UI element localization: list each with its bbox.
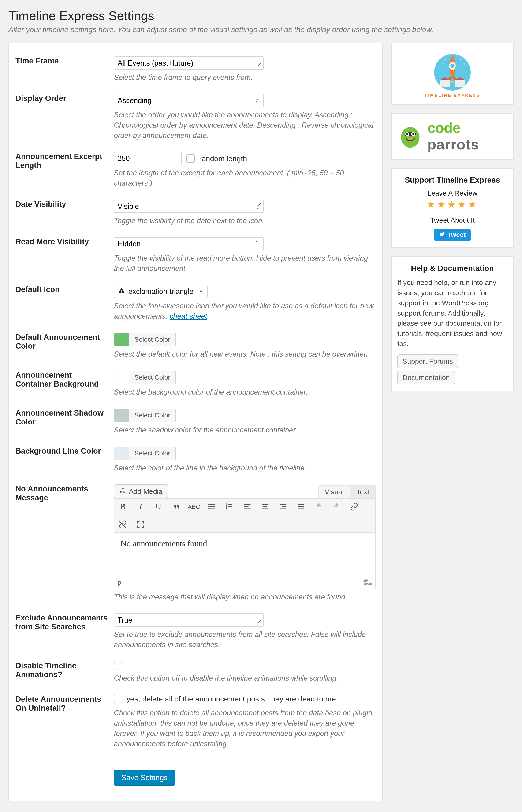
checkbox-disable-anim[interactable] [114,662,122,670]
tab-text[interactable]: Text [350,485,376,498]
chevron-down-icon: ▾ [200,289,202,295]
svg-point-38 [401,127,419,148]
label-date-visibility: Date Visibility [16,200,114,209]
label-line-color: Background Line Color [16,446,114,455]
svg-rect-19 [262,508,268,509]
help-body: If you need help, or run into any issues… [397,277,507,349]
label-container-bg: Announcement Container Background [16,371,114,389]
italic-icon[interactable]: I [136,502,145,512]
page-title: Timeline Express Settings [8,8,514,23]
svg-point-0 [120,492,122,493]
align-right-icon[interactable] [278,502,288,512]
icon-picker-value: exclamation-triangle [128,287,193,296]
label-excerpt-length: Announcement Excerpt Length [16,152,114,170]
underline-icon[interactable]: U [154,502,163,512]
parrot-icon [397,123,423,149]
editor-body[interactable]: No announcements found [114,533,376,577]
svg-point-2 [208,504,210,505]
label-no-announcements: No Announcements Message [16,484,114,502]
input-excerpt-length[interactable] [114,152,182,165]
btn-select-color-shadow[interactable]: Select Color [129,409,176,422]
desc-container-bg: Select the background color of the annou… [114,387,376,397]
btn-select-color-default[interactable]: Select Color [129,333,176,346]
label-default-color: Default Announcement Color [16,333,114,351]
svg-point-6 [208,508,210,509]
desc-time-frame: Select the time frame to query events fr… [114,72,376,83]
unlink-icon[interactable] [118,520,127,529]
svg-point-41 [406,133,408,135]
desc-shadow-color: Select the shadow color for the announce… [114,425,376,435]
music-note-icon [120,487,126,496]
svg-rect-7 [210,508,215,509]
icon-picker[interactable]: exclamation-triangle ▾ [114,285,207,298]
desc-disable-anim: Check this option off to disable the tim… [114,673,376,684]
page-subtitle: Alter your timeline settings here. You c… [8,25,514,34]
btn-select-color-line[interactable]: Select Color [129,446,176,460]
align-center-icon[interactable] [261,502,270,512]
desc-default-color: Select the default color for all new eve… [114,349,376,359]
rocket-logo-icon [424,49,481,91]
select-read-more[interactable]: Hidden [114,237,264,250]
checkbox-random-length[interactable] [186,154,195,163]
select-date-visibility[interactable]: Visible [114,200,264,213]
svg-rect-16 [244,508,251,509]
redo-icon[interactable] [332,502,341,512]
swatch-default-color [114,333,129,346]
svg-point-43 [413,133,415,135]
list-ol-icon[interactable]: 123 [225,502,234,512]
resize-grip-icon[interactable]: ▰▰▰ [363,579,372,586]
strikethrough-icon[interactable]: ABC [189,502,199,512]
checkbox-delete-uninstall[interactable] [114,695,122,703]
tweet-button[interactable]: Tweet [434,229,471,241]
bold-icon[interactable]: B [118,502,127,512]
select-display-order[interactable]: Ascending [114,94,264,107]
svg-point-1 [123,491,125,493]
star-rating[interactable]: ★★★★★ [397,199,507,210]
tab-visual[interactable]: Visual [318,485,350,498]
svg-rect-17 [262,504,268,505]
list-ul-icon[interactable] [207,502,217,512]
svg-point-37 [445,59,446,60]
help-title: Help & Documentation [397,264,507,273]
align-left-icon[interactable] [243,502,252,512]
save-settings-button[interactable]: Save Settings [114,770,175,786]
desc-excerpt-length: Set the length of the excerpt for each a… [114,168,376,188]
svg-rect-18 [263,506,267,507]
blockquote-icon[interactable] [172,502,181,512]
link-cheat-sheet[interactable]: cheat sheet [169,312,207,320]
svg-rect-5 [210,506,215,507]
btn-select-color-container[interactable]: Select Color [129,371,176,384]
select-time-frame[interactable]: All Events (past+future) [114,57,264,69]
card-help: Help & Documentation If you need help, o… [391,256,514,392]
card-timeline-express-logo: Timeline Express [391,43,514,105]
select-exclude-search[interactable]: True [114,613,264,627]
svg-point-4 [208,506,210,507]
fullscreen-icon[interactable] [136,520,145,529]
label-default-icon: Default Icon [16,285,114,294]
link-icon[interactable] [349,502,359,512]
svg-rect-24 [298,506,304,507]
btn-support-forums[interactable]: Support Forums [397,354,458,368]
label-display-order: Display Order [16,94,114,103]
svg-text:3: 3 [226,507,227,510]
twitter-icon [439,231,445,238]
desc-read-more: Toggle the visibility of the read more b… [114,253,376,274]
undo-icon[interactable] [314,502,323,512]
label-time-frame: Time Frame [16,57,114,65]
label-delete-uninstall: Delete Announcements On Uninstall? [16,695,114,712]
add-media-button[interactable]: Add Media [114,484,168,498]
desc-line-color: Select the color of the line in the back… [114,463,376,473]
svg-rect-20 [280,504,286,505]
svg-rect-23 [298,504,304,505]
desc-display-order: Select the order you would like the anno… [114,110,376,141]
align-justify-icon[interactable] [296,502,305,512]
label-delete-uninstall-cb: yes, delete all of the announcement post… [126,695,338,703]
svg-rect-25 [298,508,304,509]
desc-no-announcements: This is the message that will display wh… [114,592,376,602]
svg-rect-22 [280,508,286,509]
svg-point-29 [450,64,455,68]
label-shadow-color: Announcement Shadow Color [16,409,114,426]
desc-exclude-search: Set to true to exclude announcements fro… [114,629,376,650]
btn-documentation[interactable]: Documentation [397,371,455,384]
svg-rect-31 [455,80,465,87]
